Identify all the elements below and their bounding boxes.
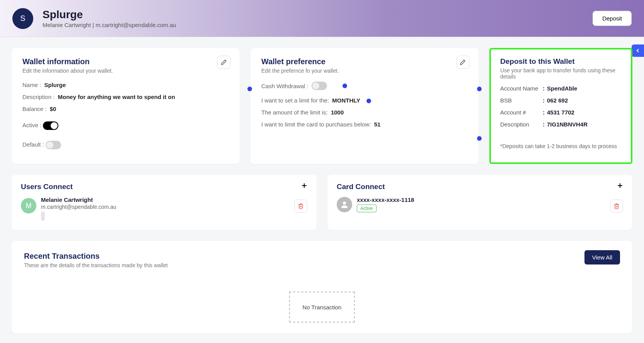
- transactions-title: Recent Transactions: [24, 252, 620, 261]
- add-card-button[interactable]: [616, 182, 624, 189]
- default-label: Default :: [22, 141, 44, 148]
- purchase-label: I want to limit the card to purchases be…: [261, 121, 371, 128]
- wallet-information-card: Wallet information Edit the information …: [12, 48, 240, 164]
- plus-icon: [616, 182, 624, 189]
- indicator-dot: [477, 87, 482, 91]
- recent-transactions-card: Recent Transactions These are the detail…: [12, 241, 632, 333]
- account-name-label: Account Name: [500, 85, 543, 92]
- card-status-badge: Active: [357, 205, 377, 212]
- colon: :: [543, 109, 545, 116]
- indicator-dot: [247, 87, 252, 91]
- users-connect-title: Users Connect: [21, 183, 307, 191]
- svg-point-4: [343, 201, 346, 205]
- header-bar: S Splurge Melanie Cartwright | m.cartrig…: [0, 0, 644, 37]
- wallet-info-subtitle: Edit the information about your wallet.: [22, 68, 229, 74]
- deposit-button[interactable]: Deposit: [593, 11, 632, 26]
- account-num-value: 4531 7702: [547, 109, 574, 116]
- colon: :: [543, 97, 545, 104]
- wallet-pref-subtitle: Edit the prefernce fo your wallet.: [261, 68, 468, 74]
- user-avatar: M: [21, 198, 36, 213]
- deposit-note: *Deposits can take 1-2 business days to …: [500, 143, 622, 149]
- wallet-preference-card: Wallet preference Edit the prefernce fo …: [250, 48, 479, 164]
- account-name-value: SpendAble: [547, 85, 577, 92]
- deposit-desc-label: Description: [500, 121, 543, 128]
- deposit-panel: Deposit to this Wallet Use your bank app…: [489, 48, 632, 164]
- default-toggle[interactable]: [46, 141, 61, 149]
- deposit-title: Deposit to this Wallet: [500, 57, 622, 66]
- name-label: Name :: [22, 82, 41, 88]
- drag-handle[interactable]: [41, 212, 45, 221]
- card-connect-title: Card Connect: [337, 183, 623, 191]
- transactions-subtitle: These are the details of the transaction…: [24, 262, 620, 268]
- colon: :: [543, 121, 545, 128]
- card-avatar: [337, 197, 352, 212]
- wallet-pref-title: Wallet preference: [261, 57, 468, 66]
- limit-value: MONTHLY: [332, 97, 360, 104]
- card-number: xxxx-xxxx-xxxx-1118: [357, 196, 414, 203]
- wallet-info-title: Wallet information: [22, 57, 229, 66]
- bsb-value: 062 692: [547, 97, 568, 104]
- trash-icon: [613, 203, 620, 209]
- account-num-label: Account #: [500, 109, 543, 116]
- deposit-subtitle: Use your bank app to transfer funds usin…: [500, 67, 622, 80]
- amount-value: 1000: [331, 109, 344, 116]
- user-email: m.cartright@spendable.com.au: [41, 204, 116, 210]
- no-transaction-placeholder: No Transaction: [289, 292, 355, 323]
- amount-label: The amount of the limit is:: [261, 109, 328, 116]
- trash-icon: [298, 203, 304, 209]
- balance-label: Balance :: [22, 106, 47, 112]
- page-title: Splurge: [43, 9, 176, 21]
- add-user-button[interactable]: [300, 182, 308, 189]
- view-all-button[interactable]: View All: [584, 250, 620, 265]
- wallet-avatar: S: [12, 8, 33, 29]
- name-value: Splurge: [44, 82, 66, 88]
- purchase-value: 51: [374, 121, 381, 128]
- indicator-dot: [477, 136, 482, 141]
- person-icon: [340, 200, 349, 209]
- user-name: Melanie Cartwright: [41, 196, 116, 203]
- edit-wallet-pref-button[interactable]: [456, 56, 469, 69]
- limit-label: I want to set a limit for the:: [261, 97, 329, 104]
- user-item: M Melanie Cartwright m.cartright@spendab…: [21, 196, 307, 222]
- bsb-label: BSB: [500, 97, 543, 104]
- delete-card-button[interactable]: [610, 200, 623, 213]
- active-label: Active :: [22, 122, 41, 128]
- cash-withdrawal-label: Cash Withdrawal :: [261, 83, 308, 89]
- colon: :: [543, 85, 545, 92]
- page-subtitle: Melanie Cartwright | m.cartright@spendab…: [43, 22, 176, 28]
- edit-wallet-info-button[interactable]: [217, 56, 230, 69]
- header-text-block: Splurge Melanie Cartwright | m.cartright…: [43, 9, 176, 28]
- desc-label: Description :: [22, 94, 55, 100]
- plus-icon: [300, 182, 308, 189]
- desc-value: Money for anything we want to spend it o…: [58, 94, 175, 100]
- users-connect-card: Users Connect M Melanie Cartwright m.car…: [12, 175, 317, 230]
- card-connect-card: Card Connect xxxx-xxxx-xxxx-1118 Active: [327, 175, 632, 230]
- cash-withdrawal-toggle[interactable]: [312, 82, 327, 90]
- deposit-desc-value: 7IG1NBNVH4R: [547, 121, 588, 128]
- delete-user-button[interactable]: [294, 200, 307, 213]
- balance-value: $0: [50, 106, 56, 112]
- indicator-dot: [366, 99, 371, 103]
- pencil-icon: [460, 59, 466, 65]
- pencil-icon: [221, 59, 227, 65]
- card-item: xxxx-xxxx-xxxx-1118 Active: [337, 196, 623, 212]
- indicator-dot: [342, 84, 347, 88]
- active-toggle[interactable]: [43, 121, 58, 130]
